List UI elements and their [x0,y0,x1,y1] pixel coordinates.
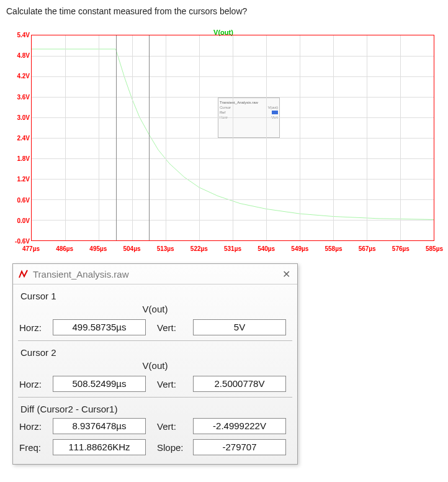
x-tick-label: 558µs [325,245,342,252]
slope-label: Slope: [157,442,189,453]
x-tick-label: 540µs [258,245,275,252]
plot-area[interactable]: Transient_Analysis.raw CursorV(out) Ref … [31,35,434,241]
slope-field[interactable]: -279707 [193,439,286,455]
horz-label-2: Horz: [19,379,49,389]
x-tick-label: 531µs [224,245,241,252]
y-tick-label: 5.4V [17,32,30,39]
question-text: Calculate the time constant measured fro… [6,6,442,16]
y-tick-label: 3.0V [17,114,30,120]
dialog-title: Transient_Analysis.raw [33,269,129,280]
x-tick-label: 513µs [157,245,174,252]
cursor2-horz-field[interactable]: 508.52499µs [53,376,146,392]
signal-label-1: V(out) [18,302,292,317]
horz-label-3: Horz: [19,421,49,432]
signal-label-2: V(out) [18,359,292,373]
cursor-dialog: Transient_Analysis.raw ✕ Cursor 1 V(out)… [12,263,298,465]
x-tick-label: 522µs [190,245,208,252]
x-tick-label: 504µs [123,245,140,252]
x-tick-label: 585µs [426,245,443,252]
y-tick-label: 0.6V [17,196,30,203]
y-tick-label: 1.8V [17,155,30,162]
y-tick-label: 4.8V [17,52,30,59]
chart-container: V(out) Transient_Analysis.raw CursorV(ou… [6,29,441,252]
cursor1-label: Cursor 1 [18,287,292,302]
cursor-line-2[interactable] [149,35,150,240]
cursor1-vert-field[interactable]: 5V [193,319,286,335]
app-icon [18,268,29,280]
x-tick-label: 576µs [392,245,410,252]
dialog-titlebar[interactable]: Transient_Analysis.raw ✕ [13,264,297,284]
y-tick-label: -0.6V [15,238,30,245]
x-tick-label: 486µs [56,245,73,252]
y-tick-label: 3.6V [17,93,30,100]
cursor-line-1[interactable] [116,35,117,240]
x-tick-label: 477µs [22,245,40,252]
x-tick-label: 567µs [359,245,376,252]
x-tick-label: 549µs [291,245,308,252]
cursor1-horz-field[interactable]: 499.58735µs [53,319,146,335]
horz-label: Horz: [19,322,49,333]
y-tick-label: 4.2V [17,73,30,80]
vert-label-3: Vert: [157,421,189,432]
close-icon[interactable]: ✕ [280,268,292,280]
x-tick-label: 495µs [89,245,107,252]
cursor2-vert-field[interactable]: 2.5000778V [193,376,286,392]
diff-label: Diff (Cursor2 - Cursor1) [18,400,292,416]
freq-field[interactable]: 111.88626KHz [53,439,146,455]
diff-vert-field[interactable]: -2.4999222V [193,418,286,434]
diff-horz-field[interactable]: 8.9376478µs [53,418,146,434]
y-tick-label: 1.2V [17,176,30,183]
cursor2-label: Cursor 2 [18,343,292,359]
vert-label-2: Vert: [157,379,189,389]
y-tick-label: 2.4V [17,135,30,142]
freq-label: Freq: [19,442,49,453]
vert-label: Vert: [157,322,189,333]
y-tick-label: 0.0V [17,217,30,224]
